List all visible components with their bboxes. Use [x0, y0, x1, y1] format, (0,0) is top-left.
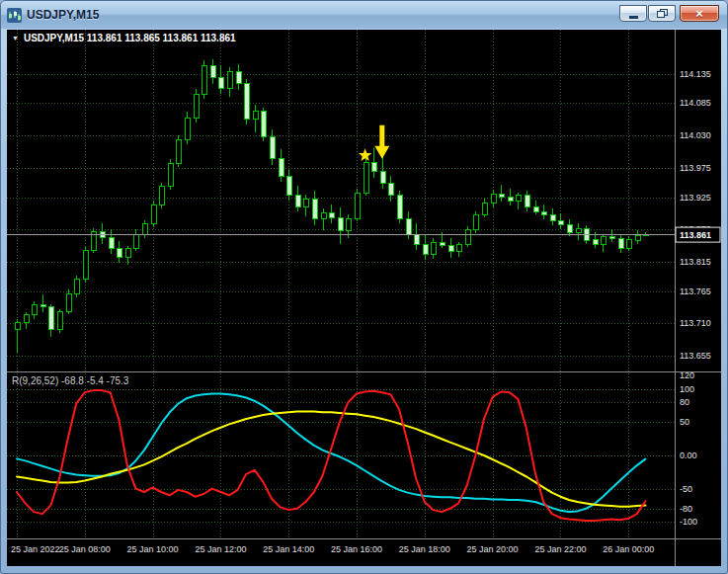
candle-body: [473, 214, 478, 229]
candle-body: [533, 207, 538, 212]
grid: [7, 30, 675, 538]
candle-body: [279, 159, 283, 177]
candle-body: [236, 72, 241, 84]
candle-body: [261, 111, 266, 136]
indicator-label: R(9,26,52) -68.8 -5.4 -75.3: [12, 375, 128, 386]
candle-body: [618, 238, 623, 248]
restore-button[interactable]: [648, 5, 676, 22]
time-scale[interactable]: [7, 538, 721, 566]
candle-body: [397, 196, 402, 219]
candle-body: [423, 244, 428, 254]
candle-body: [142, 223, 147, 234]
candle-body: [431, 242, 436, 254]
candle-body: [516, 196, 521, 202]
candle-body: [117, 248, 121, 257]
candle-body: [295, 196, 300, 207]
candle-body: [456, 244, 461, 252]
candle-body: [83, 250, 88, 279]
candle-body: [244, 84, 249, 120]
candle-body: [57, 312, 62, 330]
chart-icon: [7, 8, 22, 23]
pane-divider[interactable]: [7, 369, 721, 374]
candle-body: [371, 162, 376, 172]
close-icon: ×: [695, 7, 703, 20]
candle-body: [176, 140, 181, 164]
minimize-icon: [629, 16, 638, 19]
mid-line: [17, 412, 645, 507]
candle-body: [151, 205, 156, 223]
candle-body: [48, 307, 53, 330]
chart-canvas[interactable]: 114.135114.085114.030113.975113.925113.8…: [7, 30, 721, 566]
candle-body: [406, 219, 411, 235]
candle-body: [125, 248, 130, 257]
window-title: USDJPY,M15: [27, 8, 99, 22]
mt4-chart-window: USDJPY,M15 × 114.135114.085114.030113.97…: [0, 0, 728, 574]
candle-body: [593, 240, 598, 244]
candle-body: [15, 322, 20, 329]
candle-body: [346, 219, 351, 231]
ohlc-info-line: ▼ USDJPY,M15 113.861 113.865 113.861 113…: [12, 33, 236, 43]
candle-body: [601, 236, 606, 244]
candle-body: [109, 238, 114, 249]
candle-body: [159, 186, 164, 205]
price-scale[interactable]: [675, 30, 721, 538]
candle-body: [388, 184, 393, 196]
candle-body: [499, 195, 504, 198]
candle-body: [584, 228, 589, 240]
candle-body: [465, 229, 470, 244]
candle-body: [133, 234, 138, 248]
candle-body: [448, 246, 453, 252]
candle-body: [364, 162, 368, 193]
candle-body: [227, 72, 232, 89]
candle-body: [609, 236, 614, 238]
window-controls: ×: [619, 5, 719, 22]
candle-body: [40, 304, 45, 306]
arrow-down-object[interactable]: [374, 125, 389, 159]
chart-client-area: 114.135114.085114.030113.975113.925113.8…: [7, 30, 721, 566]
candle-body: [338, 217, 343, 230]
candle-body: [329, 213, 334, 218]
candle-body: [168, 164, 173, 187]
candle-body: [194, 94, 199, 118]
close-button[interactable]: ×: [680, 5, 719, 22]
candle-body: [253, 111, 258, 119]
candle-body: [312, 199, 317, 218]
candle-body: [303, 199, 308, 206]
candle-body: [66, 294, 71, 312]
candle-body: [24, 315, 29, 323]
collapse-icon[interactable]: ▼: [12, 35, 19, 41]
candle-body: [635, 235, 640, 240]
candle-body: [202, 66, 206, 95]
minimize-button[interactable]: [619, 5, 647, 22]
ohlc-info-text: USDJPY,M15 113.861 113.865 113.861 113.8…: [24, 33, 236, 43]
candle-body: [576, 228, 581, 232]
candle-body: [558, 220, 563, 224]
candle-body: [286, 177, 291, 196]
candle-body: [525, 196, 529, 207]
star-object[interactable]: [359, 148, 371, 161]
candle-body: [491, 195, 496, 204]
candle-body: [440, 242, 445, 246]
candle-body: [626, 240, 631, 248]
candle-body: [218, 78, 223, 89]
restore-icon: [657, 9, 668, 18]
titlebar[interactable]: USDJPY,M15 ×: [1, 1, 727, 29]
candle-body: [270, 136, 275, 159]
candle-body: [541, 211, 546, 214]
candle-body: [210, 66, 215, 78]
candle-body: [355, 193, 360, 218]
candle-body: [380, 172, 385, 184]
candle-body: [508, 198, 513, 202]
candle-body: [567, 225, 572, 233]
candle-body: [482, 204, 487, 215]
candle-body: [32, 304, 37, 314]
candle-body: [550, 214, 555, 220]
candle-body: [321, 213, 326, 219]
candle-body: [74, 279, 79, 294]
candle-body: [185, 118, 190, 140]
candle-body: [414, 234, 419, 244]
